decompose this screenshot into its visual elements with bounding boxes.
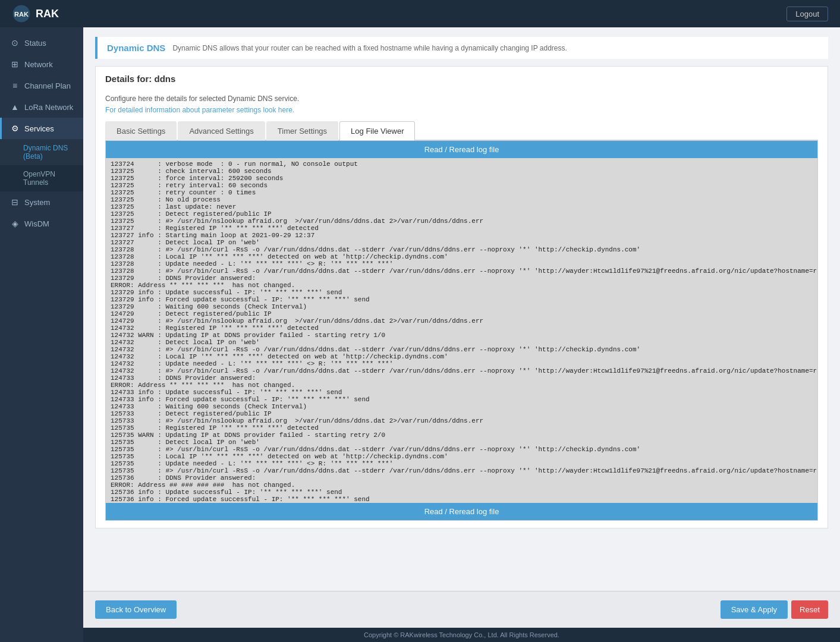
tab-basic-settings[interactable]: Basic Settings bbox=[105, 121, 177, 140]
config-note: Configure here the details for selected … bbox=[105, 95, 818, 103]
sidebar-item-label: Network bbox=[24, 60, 53, 69]
topbar: RAK RAK Logout bbox=[0, 0, 840, 27]
sidebar-item-label: LoRa Network bbox=[24, 103, 73, 112]
header-banner: Dynamic DNS Dynamic DNS allows that your… bbox=[95, 37, 828, 59]
action-buttons: Save & Apply Reset bbox=[721, 600, 828, 619]
log-container: Read / Reread log file 123724 : verbose … bbox=[105, 140, 818, 521]
details-title: Details for: ddns bbox=[105, 74, 818, 84]
sidebar-submenu-services: Dynamic DNS (Beta) OpenVPN Tunnels bbox=[0, 139, 83, 191]
log-header-button[interactable]: Read / Reread log file bbox=[106, 141, 817, 158]
log-footer-button[interactable]: Read / Reread log file bbox=[106, 503, 817, 520]
bottom-bar: Back to Overview Save & Apply Reset bbox=[83, 591, 840, 628]
back-to-overview-button[interactable]: Back to Overview bbox=[95, 600, 177, 619]
sidebar-item-label: Channel Plan bbox=[24, 81, 71, 90]
tabs-bar: Basic Settings Advanced Settings Timer S… bbox=[105, 121, 818, 140]
rak-logo-icon: RAK bbox=[12, 4, 31, 23]
log-body[interactable]: 123724 : verbose mode : 0 - run normal, … bbox=[106, 158, 817, 503]
tab-timer-settings[interactable]: Timer Settings bbox=[266, 121, 338, 140]
logo: RAK RAK bbox=[12, 4, 59, 23]
channel-plan-icon: ≡ bbox=[10, 81, 20, 90]
content-area: Dynamic DNS Dynamic DNS allows that your… bbox=[83, 27, 840, 642]
page-title: Dynamic DNS bbox=[107, 43, 165, 53]
sidebar-item-system[interactable]: ⊟ System bbox=[0, 191, 83, 213]
config-link[interactable]: For detailed information about parameter… bbox=[105, 106, 294, 114]
details-section: Details for: ddns Configure here the det… bbox=[95, 66, 828, 528]
services-icon: ⚙ bbox=[10, 124, 20, 133]
reset-button[interactable]: Reset bbox=[791, 600, 828, 619]
sidebar-item-network[interactable]: ⊞ Network bbox=[0, 54, 83, 75]
status-icon: ⊙ bbox=[10, 38, 20, 48]
sidebar-item-status[interactable]: ⊙ Status bbox=[0, 32, 83, 54]
footer: Copyright © RAKwireless Technology Co., … bbox=[83, 628, 840, 642]
sidebar-item-label: Status bbox=[24, 39, 46, 48]
sidebar-item-services[interactable]: ⚙ Services bbox=[0, 118, 83, 139]
system-icon: ⊟ bbox=[10, 197, 20, 207]
sidebar-item-dynamic-dns[interactable]: Dynamic DNS (Beta) bbox=[0, 139, 83, 165]
page-content: Dynamic DNS Dynamic DNS allows that your… bbox=[83, 27, 840, 591]
svg-text:RAK: RAK bbox=[14, 11, 29, 18]
tab-log-file-viewer[interactable]: Log File Viewer bbox=[339, 121, 415, 140]
tab-advanced-settings[interactable]: Advanced Settings bbox=[178, 121, 265, 140]
lora-icon: ▲ bbox=[10, 102, 20, 112]
logo-text: RAK bbox=[36, 8, 59, 20]
sidebar-item-lora-network[interactable]: ▲ LoRa Network bbox=[0, 96, 83, 118]
sidebar-item-channel-plan[interactable]: ≡ Channel Plan bbox=[0, 75, 83, 96]
page-description: Dynamic DNS allows that your router can … bbox=[172, 44, 567, 52]
logout-button[interactable]: Logout bbox=[786, 7, 828, 21]
sidebar: ⊙ Status ⊞ Network ≡ Channel Plan ▲ LoRa… bbox=[0, 27, 83, 642]
sidebar-item-label: WisDM bbox=[24, 219, 49, 228]
sidebar-item-label: Services bbox=[24, 124, 54, 133]
sidebar-item-label: System bbox=[24, 198, 50, 207]
network-icon: ⊞ bbox=[10, 59, 20, 69]
save-apply-button[interactable]: Save & Apply bbox=[721, 600, 788, 619]
wisdm-icon: ◈ bbox=[10, 219, 20, 228]
sidebar-item-openvpn[interactable]: OpenVPN Tunnels bbox=[0, 165, 83, 191]
sidebar-item-wisdm[interactable]: ◈ WisDM bbox=[0, 213, 83, 234]
